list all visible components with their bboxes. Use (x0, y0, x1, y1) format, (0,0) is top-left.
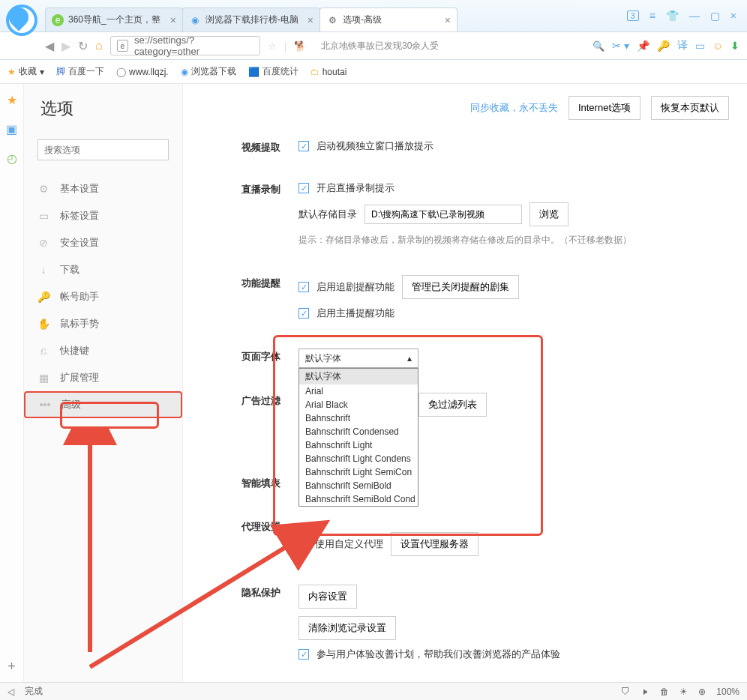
menu-icon: ↓ (38, 264, 50, 276)
mute-icon[interactable]: 🕨 (640, 687, 650, 697)
menu-label: 标签设置 (60, 209, 99, 223)
sidebar-item-1[interactable]: ▭标签设置 (24, 202, 182, 229)
status-bar: ◁ 完成 ⛉ 🕨 🗑 ☀ ⊕ 100% (0, 682, 747, 700)
face-icon[interactable]: ☺ (712, 40, 723, 52)
minimize-icon[interactable]: — (689, 10, 700, 22)
tab-0[interactable]: e 360导航_一个主页，整 × (45, 7, 183, 31)
menu-icon[interactable]: ≡ (650, 10, 656, 22)
checkbox[interactable]: ✓ (298, 282, 309, 292)
history-icon[interactable]: ◴ (7, 151, 17, 166)
favorites-menu[interactable]: ★收藏 ▾ (8, 65, 44, 78)
shield-icon[interactable]: ⛉ (621, 687, 630, 697)
font-dropdown[interactable]: 默认字体▴ (298, 349, 418, 368)
menu-icon: ▦ (38, 372, 50, 384)
reading-icon[interactable]: ▣ (6, 122, 17, 136)
browser-logo (6, 4, 38, 36)
globe-icon: ◉ (181, 67, 188, 77)
close-window-icon[interactable]: × (730, 10, 736, 22)
back-icon[interactable]: ◀ (45, 39, 54, 53)
clear-button[interactable]: 清除浏览记录设置 (298, 616, 396, 640)
restore-defaults-button[interactable]: 恢复本页默认 (651, 96, 729, 120)
translate-icon[interactable]: 译 (677, 39, 688, 52)
separator: | (284, 40, 286, 52)
trash-icon[interactable]: 🗑 (660, 687, 669, 697)
maximize-icon[interactable]: ▢ (710, 10, 720, 22)
tab-2[interactable]: ⚙ 选项-高级 × (320, 7, 458, 31)
sidebar-item-4[interactable]: 🔑帐号助手 (24, 283, 182, 310)
proxy-button[interactable]: 设置代理服务器 (391, 532, 478, 556)
folder-icon: 🗀 (310, 67, 320, 77)
sun-icon[interactable]: ☀ (680, 687, 688, 697)
manage-button[interactable]: 管理已关闭提醒的剧集 (402, 275, 519, 299)
section-privacy: 隐私保护 内容设置 清除浏览记录设置 ✓参与用户体验改善计划，帮助我们改善浏览器… (183, 574, 747, 679)
close-icon[interactable]: × (445, 14, 451, 26)
bookmark-item[interactable]: ◉浏览器下载 (181, 65, 236, 78)
font-option[interactable]: Bahnschrift Light (299, 438, 418, 452)
checkbox[interactable]: ✓ (298, 649, 309, 660)
tab-label: 浏览器下载排行榜-电脑 (206, 13, 308, 26)
bookmark-item[interactable]: ◯www.llqzj. (116, 67, 169, 77)
internet-options-button[interactable]: Internet选项 (568, 96, 640, 120)
favicon-dl: ◉ (189, 14, 201, 26)
path-input[interactable] (364, 205, 522, 224)
adblock-button[interactable]: 免过滤列表 (418, 393, 487, 417)
menu-label: 扩展管理 (60, 371, 99, 384)
bookmark-item[interactable]: 脚百度一下 (56, 65, 104, 78)
reload-icon[interactable]: ↻ (78, 39, 88, 53)
skin-icon[interactable]: 👕 (666, 10, 679, 22)
close-icon[interactable]: × (308, 14, 314, 26)
bookmark-star-icon[interactable]: ☆ (268, 40, 277, 52)
reader-icon[interactable]: 🐕 (294, 40, 306, 52)
compat-icon: e (117, 40, 128, 52)
section-live: 直播录制 ✓开启直播录制提示 默认存储目录 浏览 提示：存储目录修改后，新录制的… (183, 171, 747, 265)
favorites-icon[interactable]: ★ (7, 93, 17, 107)
tab-count-badge[interactable]: 3 (627, 10, 639, 21)
radio[interactable] (298, 540, 308, 549)
home-icon[interactable]: ⌂ (95, 39, 103, 52)
key-icon[interactable]: 🔑 (657, 40, 670, 52)
close-icon[interactable]: × (170, 14, 176, 26)
font-option[interactable]: 默认字体 (299, 369, 418, 384)
menu-icon: ▭ (38, 210, 50, 222)
menu-icon: ••• (39, 399, 51, 411)
font-option[interactable]: Bahnschrift Condensed (299, 425, 418, 438)
checkbox[interactable]: ✓ (298, 141, 309, 151)
menu-icon: 🔑 (38, 291, 50, 303)
section-label: 隐私保护 (201, 585, 298, 669)
tab-label: 选项-高级 (343, 13, 445, 26)
sidebar-item-2[interactable]: ⊘安全设置 (24, 229, 182, 256)
browse-button[interactable]: 浏览 (530, 202, 568, 226)
address-bar: ◀ ▶ ↻ ⌂ e se://settings/?category=other … (0, 31, 747, 60)
download-icon[interactable]: ⬇ (730, 40, 740, 52)
bookmark-item[interactable]: 🟦百度统计 (248, 65, 298, 78)
sidebar-item-3[interactable]: ↓下载 (24, 256, 182, 283)
search-input[interactable] (38, 139, 169, 160)
nav-left-icon[interactable]: ◁ (8, 687, 14, 697)
tabs: e 360导航_一个主页，整 × ◉ 浏览器下载排行榜-电脑 × ⚙ 选项-高级… (45, 7, 457, 31)
section-label: 功能提醒 (201, 275, 298, 328)
font-option[interactable]: Bahnschrift SemiBold Cond (299, 492, 418, 506)
font-option[interactable]: Bahnschrift Light Condens (299, 452, 418, 465)
content-button[interactable]: 内容设置 (298, 585, 357, 609)
zoom-icon[interactable]: ⊕ (698, 687, 706, 697)
checkbox[interactable]: ✓ (298, 183, 309, 193)
note-icon[interactable]: ▭ (695, 40, 705, 52)
search-icon[interactable]: 🔍 (592, 40, 604, 52)
sync-link[interactable]: 同步收藏，永不丢失 (470, 101, 558, 115)
pin-icon[interactable]: 📌 (637, 40, 650, 52)
sidebar-item-0[interactable]: ⚙基本设置 (24, 175, 182, 202)
url-input[interactable]: e se://settings/?category=other (110, 36, 260, 55)
sidebar-item-6[interactable]: ⎌快捷键 (24, 337, 182, 364)
sidebar-item-7[interactable]: ▦扩展管理 (24, 364, 182, 391)
sidebar-item-8[interactable]: •••高级 (24, 391, 182, 418)
checkbox[interactable]: ✓ (298, 308, 309, 319)
tab-1[interactable]: ◉ 浏览器下载排行榜-电脑 × (182, 7, 320, 31)
add-panel-icon[interactable]: + (8, 659, 16, 675)
forward-icon[interactable]: ▶ (62, 39, 70, 53)
menu-icon: ⚙ (38, 183, 50, 195)
section-proxy: 代理设置 使用自定义代理 设置代理服务器 (183, 508, 747, 574)
bookmark-folder[interactable]: 🗀houtai (310, 67, 347, 77)
sidebar-item-5[interactable]: ✋鼠标手势 (24, 310, 182, 337)
baidu-icon: 脚 (56, 65, 65, 78)
scissors-icon[interactable]: ✂ ▾ (612, 40, 629, 52)
